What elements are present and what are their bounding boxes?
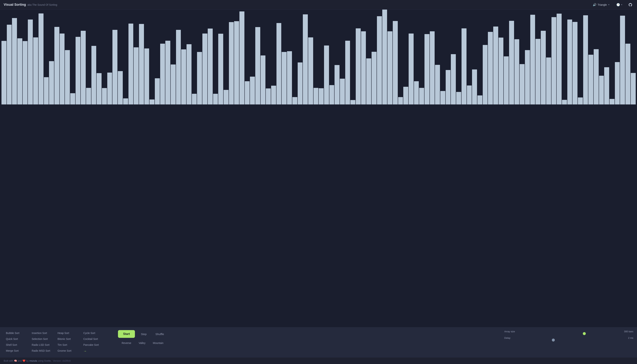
brain-emoji: 🧠 [14,360,17,362]
sort-bar [139,24,144,104]
sort-bar [530,15,535,104]
sort-bar [409,34,414,104]
algo-radix-msd-sort[interactable]: Radix MSD Sort [30,348,55,354]
sort-bar [202,34,207,104]
sort-bar [81,31,86,104]
delay-label: Delay [504,336,519,339]
sort-bar [382,10,387,104]
algo-cycle-sort[interactable]: Cycle Sort [81,330,107,336]
array-size-label: Array size [504,330,519,333]
version-text: Version: cb26fc8 [53,360,71,362]
app-subtitle: aka The Sound Of Sorting [28,3,57,6]
github-button[interactable] [627,2,633,8]
sort-bar [588,55,593,104]
sort-bar [324,46,329,104]
sort-bar [424,34,429,104]
step-button[interactable]: Step [136,330,151,338]
sort-bar [435,65,440,104]
sort-bar [525,50,530,104]
sort-bar [33,38,38,104]
sort-bar [535,39,540,104]
sort-bar [97,73,102,104]
sort-bar [2,41,7,104]
speed-control[interactable]: 🕐 ▼ [614,2,624,7]
sort-bar [377,16,382,104]
algo-more-arrow[interactable]: → [81,348,107,354]
sort-bar [118,71,123,104]
sort-bar [213,94,218,104]
controls-panel: Bubble Sort Insertion Sort Heap Sort Cyc… [0,327,637,358]
sort-bar [461,28,466,104]
array-size-thumb[interactable] [583,332,586,335]
sort-bar [218,34,223,104]
algo-gnome-sort[interactable]: Gnome Sort [55,348,81,354]
reverse-button[interactable]: Reverse [118,340,135,346]
sort-bar [70,93,75,104]
array-size-value: 300 bars [624,330,633,333]
algo-cocktail-sort[interactable]: Cocktail Sort [81,336,107,342]
sort-bar [123,98,128,104]
sort-bar [472,70,477,104]
sort-bar [65,50,70,104]
array-size-container: Array size 300 bars [504,330,633,334]
sound-dropdown-arrow: ▼ [608,4,610,6]
shuffle-button[interactable]: Shuffle [151,330,168,338]
sort-bar [224,90,229,104]
sort-bar [165,41,170,104]
algo-heap-sort[interactable]: Heap Sort [55,330,81,336]
algo-selection-sort[interactable]: Selection Sort [30,336,55,342]
footer-using: using Svelte. [38,360,52,362]
github-icon [628,3,632,7]
sort-bar [176,30,181,104]
sound-control[interactable]: 🔊 Triangle ▼ [591,2,611,7]
sort-bar [567,20,572,104]
algo-pancake-sort[interactable]: Pancake Sort [81,342,107,348]
sort-bar [625,44,630,104]
algo-tim-sort[interactable]: Tim Sort [55,342,81,348]
delay-header: Delay 2 ms [504,336,633,339]
author-link[interactable]: mszula [29,360,37,362]
sort-bar [361,31,366,104]
sort-bar [255,27,260,104]
sort-bar [234,21,239,104]
sort-bar [631,73,636,104]
sort-bar [7,25,12,104]
sort-bar [335,65,340,104]
sort-bar [620,16,625,104]
sort-bar [292,97,297,104]
sort-bar [86,88,91,104]
algo-bubble-sort[interactable]: Bubble Sort [4,330,30,336]
delay-value: 2 ms [628,336,633,339]
sort-bar [134,47,139,104]
algo-shell-sort[interactable]: Shell Sort [4,342,30,348]
algo-radix-lsd-sort[interactable]: Radix LSD Sort [30,342,55,348]
algo-quick-sort[interactable]: Quick Sort [4,336,30,342]
sort-bar [350,100,355,104]
sort-bar [504,56,509,104]
speed-icon: 🕐 [616,3,620,6]
bars-container [0,10,637,104]
sort-bar [12,18,17,104]
valley-button[interactable]: Valley [135,340,149,346]
controls-row1: Start Step Shuffle [118,330,501,338]
algo-bitonic-sort[interactable]: Bitonic Sort [55,336,81,342]
sort-bar [276,23,281,104]
sort-bar [160,44,165,104]
sort-bar [287,51,292,104]
algo-merge-sort[interactable]: Merge Sort [4,348,30,354]
sort-bar [229,22,234,104]
sort-bar [60,34,65,104]
sort-bar [329,85,334,104]
sort-bar [509,21,514,104]
sort-bar [430,31,435,104]
sort-bar [393,21,398,104]
delay-thumb[interactable] [552,338,555,342]
sort-bar [499,38,503,104]
start-button[interactable]: Start [118,330,135,338]
algo-insertion-sort[interactable]: Insertion Sort [30,330,55,336]
sort-bar [520,64,524,104]
sort-bar [541,31,546,104]
mountain-button[interactable]: Mountain [149,340,167,346]
sort-bar [562,100,567,104]
main-controls: Start Step Shuffle Reverse Valley Mounta… [118,330,501,354]
